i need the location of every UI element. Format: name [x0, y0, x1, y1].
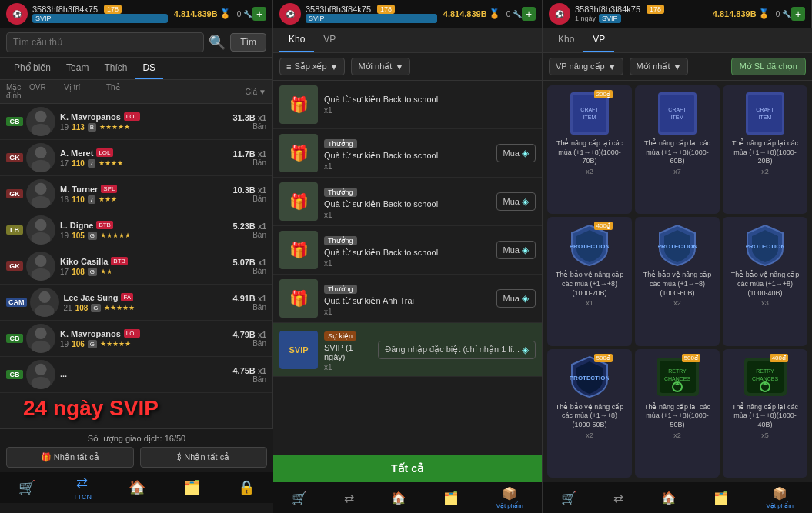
vp-card[interactable]: PROTECTION Thẻ bảo vệ nâng cấp các mùa (… [723, 217, 807, 345]
mo-sl-button[interactable]: Mở SL đã chọn [731, 58, 806, 75]
table-row[interactable]: CAM Lee Jae Sung FA 21 108 G ★★★★★ 4.91B… [0, 285, 272, 321]
receive-all-btn-2[interactable]: ₿ Nhận tất cả [140, 447, 268, 468]
right-tab-vp[interactable]: VP [583, 28, 614, 52]
list-item[interactable]: 🎁 Thưởng Quà từ sự kiện Anh Trai x1 Mua … [273, 275, 542, 323]
svip-badge-mid: SVIP [306, 14, 437, 23]
item-badge: Thưởng [324, 188, 357, 197]
player-stars: ★★★★★ [100, 232, 131, 239]
diamond-icon: ◈ [522, 245, 529, 255]
receive-all-btn-1[interactable]: 🎁 Nhận tất cả [6, 447, 134, 468]
nav-transfer-mid[interactable]: ⇄ [344, 491, 354, 505]
mid-tab-kho[interactable]: Kho [279, 28, 314, 52]
vp-card-image: PROTECTION [742, 222, 788, 268]
buy-button[interactable]: Mua ◈ [496, 144, 536, 162]
player-info: Kiko Casilla BTB 17 108 G ★★ [60, 257, 232, 276]
vp-card[interactable]: CRAFT ITEM Thẻ nâng cấp lại các mùa (+1→… [635, 85, 720, 214]
search-input[interactable] [6, 32, 204, 52]
svg-text:PROTECTION: PROTECTION [570, 243, 609, 250]
item-details: Quà từ sự kiện Back to school x1 [324, 95, 536, 115]
player-level: 16 [60, 195, 69, 204]
add-btn-left[interactable]: + [252, 7, 266, 21]
sell-label: Bán [232, 158, 266, 167]
username-right: 3583hf8h3f84k75 [575, 5, 640, 14]
add-btn-mid[interactable]: + [522, 7, 536, 21]
tab-team[interactable]: Team [58, 58, 96, 79]
vp-card[interactable]: CRAFT ITEM 200₫ Thẻ nâng cấp lại các mùa… [547, 85, 632, 214]
right-toolbar: VP nâng cấp ▼ Mới nhất ▼ Mở SL đã chọn [543, 53, 812, 81]
table-row[interactable]: LB L. Digne BTB 19 105 G ★★★★★ 5.23B x1 … [0, 212, 272, 248]
vp-card[interactable]: CRAFT ITEM Thẻ nâng cấp lại các mùa (+1→… [723, 85, 807, 214]
player-ovr: 105 [72, 232, 85, 240]
vp-card[interactable]: PROTECTION 400₫ Thẻ bảo vệ nâng cấp các … [547, 217, 632, 345]
item-icon: 🎁 [279, 231, 318, 269]
nav-transfer-right[interactable]: ⇄ [613, 491, 623, 505]
nav-home-left[interactable]: 🏠 [129, 479, 145, 496]
vp-card[interactable]: RETRY CHANCES 500₫ Thẻ nâng cấp lại các … [635, 349, 720, 478]
list-item[interactable]: 🎁 Quà từ sự kiện Back to school x1 [273, 81, 542, 129]
item-icon: 🎁 [279, 279, 318, 318]
item-details: Thưởng Quà từ sự kiện Back to school x1 [324, 184, 490, 219]
item-badge: Thưởng [324, 285, 357, 294]
nav-squad-right[interactable]: 🗂️ [713, 491, 729, 505]
vp-upgrade-filter[interactable]: VP nâng cấp ▼ [549, 58, 623, 75]
list-item[interactable]: 🎁 Thưởng Quà từ sự kiện Back to school x… [273, 129, 542, 178]
right-tab-kho[interactable]: Kho [549, 28, 583, 52]
tab-ds[interactable]: DS [135, 58, 163, 79]
tim-button[interactable]: Tìm [230, 33, 266, 52]
vp-card[interactable]: PROTECTION 500₫ Thẻ bảo vệ nâng cấp các … [547, 349, 632, 478]
add-btn-right[interactable]: + [791, 7, 805, 21]
player-ovr: 110 [72, 195, 85, 204]
vp-card-name: Thẻ bảo vệ nâng cấp các mùa (+1→+8)(1000… [552, 403, 627, 430]
table-row[interactable]: CB K. Mavropanos LOL 19 106 G ★★★★★ 4.79… [0, 321, 272, 357]
player-chem: G [88, 340, 97, 348]
price-column: 10.3B x1 Bán [232, 185, 266, 203]
buy-button[interactable]: Mua ◈ [496, 241, 536, 259]
nav-shop-left[interactable]: 🛒 [18, 479, 35, 496]
nav-shop-right[interactable]: 🛒 [561, 491, 576, 505]
nav-shop-mid[interactable]: 🛒 [292, 491, 307, 505]
nav-transfer-left[interactable]: ⇄TTCN [73, 475, 92, 501]
table-row[interactable]: GK A. Meret LOL 17 110 7 ★★★★ 11.7B x1 B… [0, 140, 272, 176]
nav-items-mid[interactable]: 📦 Vật phẩm [496, 486, 523, 509]
price-column: 4.91B x1 Bán [232, 294, 266, 311]
all-button[interactable]: Tất cả [273, 455, 542, 482]
buy-button[interactable]: Mua ◈ [496, 192, 536, 211]
table-row[interactable]: CB K. Mavropanos LOL 19 113 B ★★★★★ 31.3… [0, 104, 272, 140]
list-item[interactable]: 🎁 Thưởng Quà từ sự kiện Back to school x… [273, 178, 542, 226]
mid-tab-vp[interactable]: VP [314, 28, 345, 52]
vp-card-name: Thẻ nâng cấp lại các mùa (+1→+8)(1000-20… [727, 139, 803, 166]
nav-squad-left[interactable]: 🗂️ [183, 479, 200, 496]
list-item[interactable]: 🎁 Thưởng Quà từ sự kiện Back to school x… [273, 226, 542, 275]
table-row[interactable]: GK Kiko Casilla BTB 17 108 G ★★ 5.07B x1… [0, 248, 272, 285]
nav-items-right[interactable]: 📦 Vật phẩm [766, 486, 793, 509]
nav-lock-left[interactable]: 🔒 [238, 479, 255, 496]
buy-button[interactable]: Đăng nhập đặc biệt (chỉ nhận 1 lí... ◈ [378, 341, 536, 359]
player-position: CB [6, 334, 23, 343]
th-gia[interactable]: Giá ▼ [133, 83, 266, 100]
player-info: A. Meret LOL 17 110 7 ★★★★ [60, 148, 232, 168]
nav-squad-mid[interactable]: 🗂️ [443, 491, 459, 505]
svg-point-8 [35, 255, 46, 267]
search-icon-btn[interactable]: 🔍 [209, 34, 226, 51]
vp-card[interactable]: PROTECTION Thẻ bảo vệ nâng cấp các mùa (… [635, 217, 720, 345]
buy-button[interactable]: Mua ◈ [496, 289, 536, 308]
sort-button[interactable]: ≡ Sắp xếp ▼ [279, 58, 345, 75]
price-amount: 4.91B x1 [232, 294, 266, 303]
player-chem: G [88, 268, 97, 276]
player-info: Lee Jae Sung FA 21 108 G ★★★★★ [64, 293, 233, 312]
nav-home-right[interactable]: 🏠 [661, 491, 677, 505]
table-row[interactable]: GK M. Turner SPL 16 110 7 ★★★ 10.3B x1 B… [0, 176, 272, 212]
newest-button[interactable]: Mới nhất ▼ [351, 58, 410, 75]
list-item[interactable]: SVIP Sự kiện SVIP (1 ngày) x1 Đăng nhập … [273, 323, 542, 377]
player-stars: ★★★ [99, 195, 117, 203]
right-newest-button[interactable]: Mới nhất ▼ [630, 58, 689, 75]
vp-card-qty: x2 [673, 299, 681, 307]
table-row[interactable]: CB ... 4.75B x1 Bán [0, 357, 272, 393]
vp-card[interactable]: RETRY CHANCES 400₫ Thẻ nâng cấp lại các … [723, 349, 807, 478]
vp-card-image: PROTECTION 500₫ [566, 354, 613, 400]
tab-thich[interactable]: Thích [96, 58, 135, 79]
svg-rect-17 [573, 95, 606, 132]
tab-pho-bien[interactable]: Phổ biến [6, 58, 58, 79]
item-details: Thưởng Quà từ sự kiện Back to school x1 [324, 135, 490, 171]
nav-home-mid[interactable]: 🏠 [391, 491, 406, 505]
